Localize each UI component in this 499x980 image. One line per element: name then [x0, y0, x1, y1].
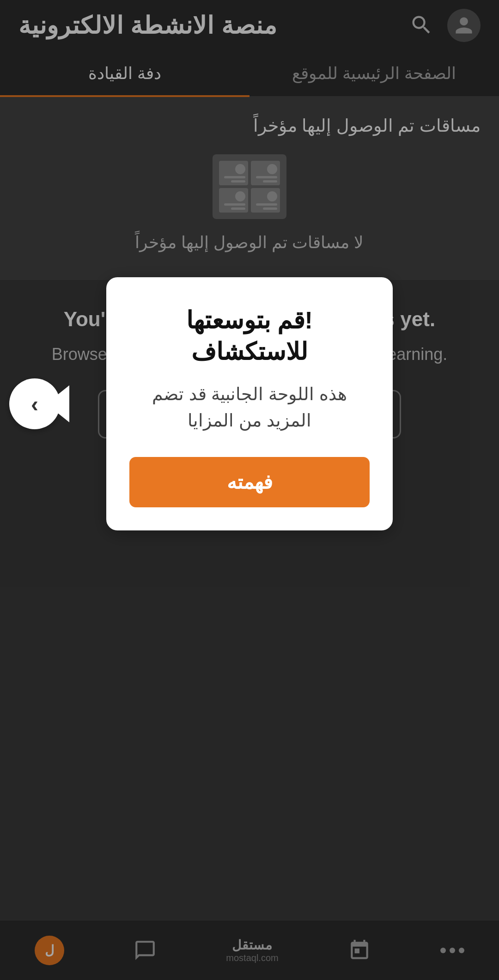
tooltip-modal: !قم بتوسعتها للاستكشاف هذه اللوحة الجانب…	[106, 277, 393, 530]
modal-overlay: › !قم بتوسعتها للاستكشاف هذه اللوحة الجا…	[0, 0, 499, 980]
modal-confirm-button[interactable]: فهمته	[129, 457, 370, 507]
modal-body: هذه اللوحة الجانبية قد تضم المزيد من الم…	[129, 381, 370, 434]
modal-arrow-pointer	[46, 385, 69, 422]
modal-wrapper: › !قم بتوسعتها للاستكشاف هذه اللوحة الجا…	[106, 277, 393, 530]
modal-heading: !قم بتوسعتها للاستكشاف	[129, 305, 370, 367]
